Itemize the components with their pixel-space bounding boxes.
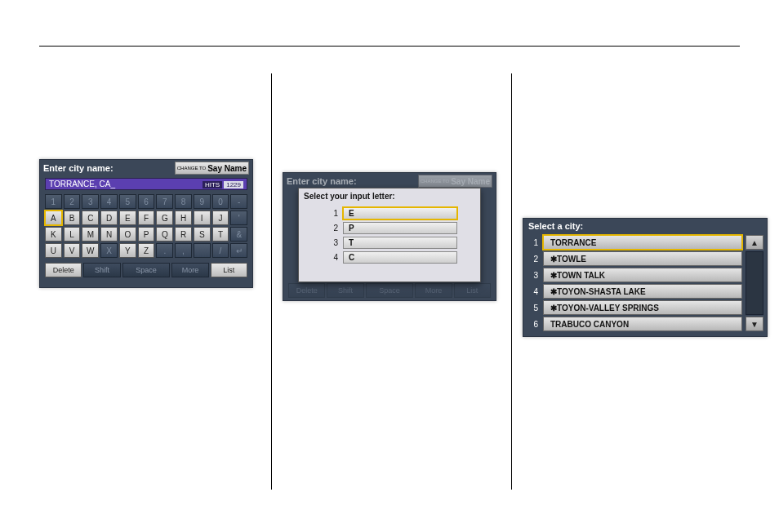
more-button-bg: More bbox=[415, 283, 452, 298]
city-row-number: 2 bbox=[527, 255, 538, 264]
key-5: 5 bbox=[119, 194, 136, 209]
list-button[interactable]: List bbox=[211, 263, 247, 277]
key-A[interactable]: A bbox=[45, 211, 62, 225]
key-6: 6 bbox=[138, 194, 155, 209]
option-number: 2 bbox=[330, 224, 338, 233]
key-4: 4 bbox=[100, 194, 118, 209]
key-↵: ↵ bbox=[230, 243, 247, 258]
key-blank bbox=[194, 243, 211, 258]
say-name-button[interactable]: CHANGE TO Say Name bbox=[175, 162, 249, 175]
key-L[interactable]: L bbox=[64, 227, 81, 242]
chevron-down-icon: ▼ bbox=[750, 320, 759, 329]
letter-option[interactable]: 1E bbox=[330, 207, 457, 219]
option-value: C bbox=[343, 251, 457, 264]
space-button[interactable]: Space bbox=[122, 263, 170, 277]
city-row-number: 6 bbox=[527, 320, 538, 329]
key-Q[interactable]: Q bbox=[156, 227, 173, 242]
key-/: / bbox=[212, 243, 229, 258]
key-M[interactable]: M bbox=[82, 227, 99, 242]
key-W[interactable]: W bbox=[82, 243, 99, 258]
key-S[interactable]: S bbox=[194, 227, 211, 242]
city-row-name: ✱TOWN TALK bbox=[543, 268, 742, 282]
key-1: 1 bbox=[45, 194, 62, 209]
key-V[interactable]: V bbox=[64, 243, 81, 258]
city-list-row[interactable]: 5✱TOYON-VALLEY SPRINGS bbox=[527, 300, 742, 315]
key-J[interactable]: J bbox=[212, 211, 229, 225]
city-row-number: 4 bbox=[527, 287, 538, 296]
popup-title: Select your input letter: bbox=[299, 188, 480, 204]
say-name-small-label: CHANGE TO bbox=[177, 166, 206, 171]
key-K[interactable]: K bbox=[45, 227, 62, 242]
key-&: & bbox=[230, 227, 247, 242]
key-I[interactable]: I bbox=[194, 211, 211, 225]
option-value: T bbox=[343, 237, 457, 249]
key-Y[interactable]: Y bbox=[119, 243, 136, 258]
city-row-name: TORRANCE bbox=[543, 235, 742, 250]
key-N[interactable]: N bbox=[100, 227, 118, 242]
scroll-down-button[interactable]: ▼ bbox=[746, 317, 763, 331]
option-value: E bbox=[343, 207, 457, 219]
letter-option[interactable]: 3T bbox=[330, 237, 457, 249]
letter-option[interactable]: 4C bbox=[330, 251, 457, 264]
shift-button-bg: Shift bbox=[327, 283, 363, 298]
key-R[interactable]: R bbox=[175, 227, 192, 242]
city-list-row[interactable]: 6 TRABUCO CANYON bbox=[527, 317, 742, 331]
column-divider-1 bbox=[271, 73, 272, 490]
shift-button[interactable]: Shift bbox=[83, 263, 120, 277]
option-value: P bbox=[343, 222, 457, 234]
city-list-row[interactable]: 2✱TOWLE bbox=[527, 251, 742, 266]
city-name-input[interactable]: TORRANCE, CA_ HITS1229 bbox=[45, 178, 247, 190]
scroll-up-button[interactable]: ▲ bbox=[746, 235, 763, 250]
city-list-row[interactable]: 1 TORRANCE bbox=[527, 235, 742, 250]
option-number: 3 bbox=[330, 238, 338, 247]
city-row-number: 1 bbox=[527, 238, 538, 247]
scroll-track[interactable] bbox=[746, 251, 763, 315]
key-Z[interactable]: Z bbox=[138, 243, 155, 258]
say-name-big-label: Say Name bbox=[207, 164, 247, 173]
key-F[interactable]: F bbox=[138, 211, 155, 225]
city-list-row[interactable]: 4✱TOYON-SHASTA LAKE bbox=[527, 284, 742, 299]
key-E[interactable]: E bbox=[119, 211, 136, 225]
space-button-bg: Space bbox=[366, 283, 413, 298]
say-name-button-bg: CHANGE TO Say Name bbox=[418, 175, 492, 188]
key-3: 3 bbox=[82, 194, 99, 209]
select-city-screen: Select a city: 1 TORRANCE2✱TOWLE3✱TOWN T… bbox=[523, 218, 768, 337]
key-7: 7 bbox=[156, 194, 173, 209]
key-B[interactable]: B bbox=[64, 211, 81, 225]
key-2: 2 bbox=[64, 194, 81, 209]
key-G[interactable]: G bbox=[156, 211, 173, 225]
key-D[interactable]: D bbox=[100, 211, 118, 225]
city-row-name: ✱TOWLE bbox=[543, 251, 742, 266]
city-row-name: ✱TOYON-VALLEY SPRINGS bbox=[543, 300, 742, 315]
key-X: X bbox=[100, 243, 118, 258]
city-list-scrollbar: ▲ ▼ bbox=[746, 235, 763, 331]
select-input-letter-screen: Enter city name: CHANGE TO Say Name Dele… bbox=[283, 172, 496, 301]
city-name-value: TORRANCE, CA_ bbox=[49, 180, 115, 188]
key-.: . bbox=[156, 243, 173, 258]
city-row-name: TRABUCO CANYON bbox=[543, 317, 742, 331]
hits-label: HITS bbox=[203, 181, 222, 188]
key-H[interactable]: H bbox=[175, 211, 192, 225]
key-C[interactable]: C bbox=[82, 211, 99, 225]
enter-city-keyboard-screen: Enter city name: CHANGE TO Say Name TORR… bbox=[39, 159, 253, 288]
key-P[interactable]: P bbox=[138, 227, 155, 242]
city-row-number: 3 bbox=[527, 271, 538, 280]
input-letter-popup: Select your input letter: 1E2P3T4C bbox=[298, 188, 481, 282]
city-list-row[interactable]: 3✱TOWN TALK bbox=[527, 268, 742, 282]
key--: - bbox=[230, 194, 247, 209]
column-divider-2 bbox=[511, 73, 512, 490]
enter-city-title: Enter city name: bbox=[43, 163, 114, 173]
key-U[interactable]: U bbox=[45, 243, 62, 258]
key-T[interactable]: T bbox=[212, 227, 229, 242]
key-O[interactable]: O bbox=[119, 227, 136, 242]
city-row-name: ✱TOYON-SHASTA LAKE bbox=[543, 284, 742, 299]
more-button[interactable]: More bbox=[171, 263, 208, 277]
chevron-up-icon: ▲ bbox=[750, 238, 759, 247]
delete-button[interactable]: Delete bbox=[45, 263, 82, 277]
behind-title: Enter city name: bbox=[287, 176, 357, 186]
list-button-bg: List bbox=[454, 283, 491, 298]
option-number: 1 bbox=[330, 209, 338, 218]
letter-option[interactable]: 2P bbox=[330, 222, 457, 234]
key-0: 0 bbox=[212, 194, 229, 209]
key-,: , bbox=[175, 243, 192, 258]
